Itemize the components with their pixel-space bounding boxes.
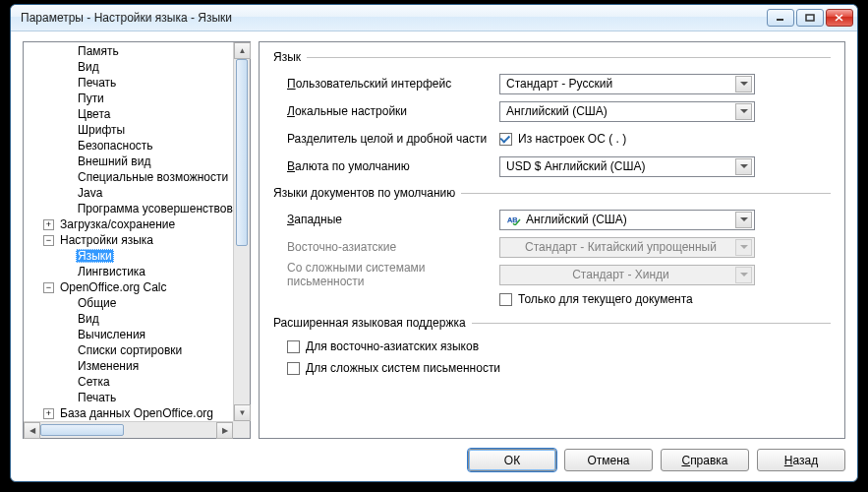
ui-language-combo[interactable]: Стандарт - Русский [499, 74, 755, 94]
tree-item-label: Шрифты [76, 123, 127, 137]
ok-button[interactable]: ОК [468, 449, 556, 471]
dialog-body: ПамятьВидПечатьПутиЦветаШрифтыБезопаснос… [11, 31, 857, 481]
currency-label: Валюта по умолчанию [287, 159, 499, 173]
tree-item-label: Внешний вид [76, 154, 152, 168]
group-enhanced-legend: Расширенная языковая поддержка [273, 316, 831, 330]
tree-item-label: OpenOffice.org Calc [58, 280, 169, 294]
tree-item-label: Цвета [76, 107, 112, 121]
chevron-down-icon [735, 212, 752, 228]
maximize-button[interactable] [796, 9, 824, 27]
tree-item[interactable]: Печать [24, 390, 250, 405]
chevron-down-icon [735, 76, 752, 92]
scroll-up-icon[interactable]: ▲ [234, 42, 251, 59]
tree-item-label: Изменения [76, 359, 141, 373]
expand-icon[interactable]: + [43, 219, 54, 230]
tree-item-label: Java [76, 186, 104, 200]
tree-item[interactable]: Списки сортировки [24, 342, 250, 358]
tree-item[interactable]: Общие [24, 295, 250, 311]
tree-item[interactable]: Сетка [24, 374, 250, 390]
window-controls [767, 9, 853, 27]
scroll-down-icon[interactable]: ▼ [234, 404, 251, 421]
group-language: Язык Пользовательский интерфейс Стандарт… [273, 50, 831, 180]
cancel-button[interactable]: Отмена [564, 449, 653, 471]
tree-item-label: Вычисления [76, 328, 147, 341]
tree-item[interactable]: Шрифты [24, 122, 250, 138]
tree-item-label: Память [76, 44, 121, 58]
enhanced-ctl-checkbox[interactable] [287, 362, 300, 375]
tree-item[interactable]: Память [24, 43, 250, 59]
only-current-doc-checkbox[interactable] [499, 293, 512, 306]
tree-item[interactable]: −OpenOffice.org Calc [24, 279, 250, 295]
ctl-combo: Стандарт - Хинди [499, 265, 755, 285]
tree-item[interactable]: Печать [24, 75, 250, 91]
tree-item[interactable]: Внешний вид [24, 154, 250, 169]
tree-horizontal-scrollbar[interactable]: ◀ ▶ [24, 421, 233, 438]
tree-item-label: Загрузка/сохранение [58, 217, 177, 231]
tree-item-label: Безопасность [76, 139, 155, 153]
tree-item[interactable]: +Загрузка/сохранение [24, 216, 250, 232]
spellcheck-icon: ᴀв [506, 214, 522, 225]
tree-item[interactable]: Вид [24, 59, 250, 75]
group-language-legend: Язык [273, 50, 831, 64]
ctl-label: Со сложными системами письменности [287, 261, 499, 288]
chevron-down-icon [735, 239, 752, 256]
window-title: Параметры - Настройки языка - Языки [21, 11, 767, 25]
chevron-down-icon [735, 267, 752, 283]
dialog-window: Параметры - Настройки языка - Языки Памя… [10, 4, 858, 482]
tree-item-label: Печать [76, 76, 118, 90]
vscroll-thumb[interactable] [236, 59, 248, 246]
tree-item-label: База данных OpenOffice.org [58, 406, 215, 420]
settings-pane: Язык Пользовательский интерфейс Стандарт… [259, 41, 845, 439]
titlebar[interactable]: Параметры - Настройки языка - Языки [11, 5, 857, 31]
enhanced-asian-checkbox[interactable] [287, 340, 300, 353]
collapse-icon[interactable]: − [43, 235, 54, 246]
collapse-icon[interactable]: − [43, 282, 54, 293]
minimize-button[interactable] [767, 9, 794, 27]
tree-item[interactable]: Программа усовершенствован [24, 201, 250, 216]
category-tree[interactable]: ПамятьВидПечатьПутиЦветаШрифтыБезопаснос… [23, 41, 251, 439]
enhanced-asian-label: Для восточно-азиатских языков [306, 339, 479, 353]
tree-item-label: Настройки языка [58, 233, 155, 247]
tree-item-label: Лингвистика [76, 265, 147, 278]
close-button[interactable] [826, 9, 853, 27]
decimal-sep-checkbox[interactable] [499, 133, 512, 146]
tree-item-label: Вид [76, 60, 101, 74]
tree-item[interactable]: Вид [24, 311, 250, 327]
decimal-sep-label: Разделитель целой и дробной части [287, 132, 499, 146]
tree-vertical-scrollbar[interactable]: ▲ ▼ [233, 42, 250, 421]
tree-item-label: Языки [76, 249, 114, 263]
scroll-corner [233, 421, 250, 438]
group-doc-languages: Языки документов по умолчанию Западные ᴀ… [273, 186, 831, 310]
decimal-sep-check-label: Из настроек ОС ( . ) [518, 132, 626, 146]
tree-item-label: Списки сортировки [76, 343, 184, 357]
group-doc-languages-legend: Языки документов по умолчанию [273, 186, 831, 200]
scroll-left-icon[interactable]: ◀ [24, 422, 40, 439]
western-combo[interactable]: ᴀв Английский (США) [499, 210, 755, 230]
back-button[interactable]: Назад [757, 449, 845, 471]
chevron-down-icon [735, 103, 752, 120]
tree-item[interactable]: Цвета [24, 106, 250, 122]
hscroll-thumb[interactable] [40, 424, 124, 436]
help-button[interactable]: Справка [661, 449, 749, 471]
expand-icon[interactable]: + [43, 408, 54, 419]
locale-combo[interactable]: Английский (США) [499, 101, 755, 122]
tree-item[interactable]: Вычисления [24, 327, 250, 342]
tree-item[interactable]: Языки [24, 248, 250, 264]
tree-item[interactable]: −Настройки языка [24, 232, 250, 248]
tree-item-label: Специальные возможности [76, 170, 230, 184]
tree-item[interactable]: Изменения [24, 358, 250, 374]
ui-language-label: Пользовательский интерфейс [287, 77, 499, 91]
tree-item[interactable]: +База данных OpenOffice.org [24, 405, 250, 421]
enhanced-ctl-label: Для сложных систем письменности [306, 361, 500, 375]
tree-item[interactable]: Безопасность [24, 138, 250, 154]
western-label: Западные [287, 213, 499, 226]
currency-combo[interactable]: USD $ Английский (США) [499, 156, 755, 177]
group-enhanced: Расширенная языковая поддержка Для восто… [273, 316, 831, 379]
tree-item-label: Вид [76, 312, 101, 326]
tree-item[interactable]: Лингвистика [24, 264, 250, 279]
tree-item[interactable]: Специальные возможности [24, 169, 250, 185]
tree-item[interactable]: Пути [24, 91, 250, 106]
locale-label: Локальные настройки [287, 104, 499, 118]
scroll-right-icon[interactable]: ▶ [216, 422, 233, 439]
tree-item[interactable]: Java [24, 185, 250, 201]
